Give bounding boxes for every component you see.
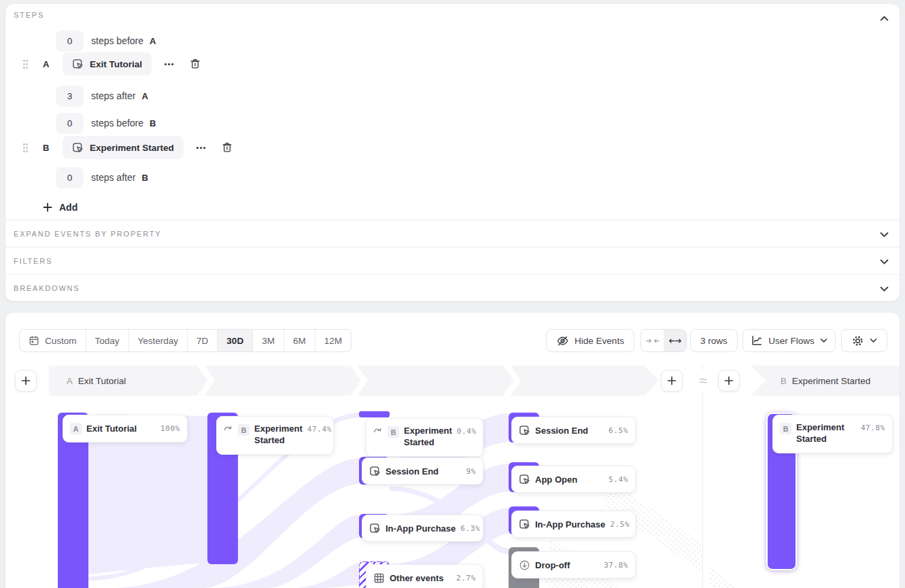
date-range-yesterday[interactable]: Yesterday <box>129 330 188 351</box>
hide-events-button[interactable]: Hide Events <box>546 329 634 352</box>
flow-node-experiment-started-b[interactable]: B Experiment Started 47.8% <box>772 415 893 453</box>
event-name: Exit Tutorial <box>90 59 142 69</box>
step-b-row: B Experiment Started <box>22 136 233 159</box>
flow-node-session-end-step2[interactable]: Session End 9% <box>362 457 483 485</box>
flow-node-in-app-purchase-step2[interactable]: In-App Purchase 6.3% <box>362 515 483 542</box>
rows-count-button[interactable]: 3 rows <box>690 329 738 352</box>
step-letter: B <box>43 143 51 153</box>
steps-after-a-row: 3 steps after A <box>56 84 148 107</box>
date-range-3m[interactable]: 3M <box>252 330 284 351</box>
steps-collapse-chevron-up-icon[interactable] <box>878 12 890 24</box>
date-range-30d[interactable]: 30D <box>217 330 252 351</box>
steps-after-b-input[interactable]: 0 <box>56 167 84 188</box>
flow-node-session-end-step3[interactable]: Session End 6.5% <box>511 417 636 444</box>
event-pill-experiment-started[interactable]: Experiment Started <box>63 136 184 159</box>
add-step-mid-right-button[interactable] <box>718 370 740 392</box>
drag-handle-icon[interactable] <box>22 59 29 69</box>
flow-node-experiment-started-step2[interactable]: B Experiment Started 0.4% <box>366 418 483 457</box>
eye-off-icon <box>556 334 569 347</box>
delete-step-icon[interactable] <box>189 58 201 70</box>
section-expand-events-by-property[interactable]: EXPAND EVENTS BY PROPERTY <box>5 220 900 247</box>
date-range-label: Today <box>95 336 120 346</box>
expand-columns-button[interactable] <box>664 330 686 351</box>
event-cursor-icon <box>369 466 381 477</box>
column-step-letter: B <box>781 376 787 386</box>
node-percent: 2.5% <box>610 520 630 529</box>
chevron-down-icon <box>820 338 827 343</box>
jump-arrow-icon <box>373 426 383 434</box>
steps-section-title: STEPS <box>14 11 44 19</box>
plus-icon <box>724 376 734 385</box>
node-name: Experiment Started <box>404 426 452 449</box>
steps-before-b-row: 0 steps before B <box>56 111 156 135</box>
step-ref-letter: B <box>141 173 148 183</box>
date-range-group: Custom Today Yesterday 7D 30D 3M 6M 12M <box>19 329 352 352</box>
collapse-columns-button[interactable] <box>641 330 664 351</box>
section-breakdowns[interactable]: BREAKDOWNS <box>5 274 900 301</box>
event-cursor-icon <box>369 523 381 534</box>
node-name: In-App Purchase <box>535 519 605 530</box>
date-range-label: 12M <box>324 336 342 346</box>
section-chevron-down-icon[interactable] <box>878 283 890 295</box>
date-range-label: 7D <box>197 336 208 346</box>
delete-step-icon[interactable] <box>221 141 233 154</box>
flow-node-other-events[interactable]: Other events 2.7% <box>366 564 483 588</box>
chevron-down-icon <box>870 338 877 343</box>
node-name: Session End <box>386 466 439 477</box>
flow-report-panel: Custom Today Yesterday 7D 30D 3M 6M 12M … <box>5 313 900 588</box>
node-name: In-App Purchase <box>386 523 456 534</box>
jump-arrow-icon <box>224 424 233 432</box>
flows-chart-icon <box>751 334 763 347</box>
date-range-custom[interactable]: Custom <box>20 330 86 351</box>
section-chevron-down-icon[interactable] <box>878 256 890 268</box>
view-type-dropdown[interactable]: User Flows <box>742 329 836 352</box>
flow-break-symbol: ≈ <box>692 370 714 392</box>
node-percent: 2.7% <box>456 574 476 583</box>
flow-node-drop-off[interactable]: Drop-off 37.8% <box>511 551 636 578</box>
plus-icon <box>43 203 52 212</box>
drag-handle-icon[interactable] <box>22 143 29 153</box>
date-range-label: 30D <box>226 336 243 346</box>
view-type-label: User Flows <box>768 336 815 346</box>
plus-icon <box>667 376 677 385</box>
event-pill-exit-tutorial[interactable]: Exit Tutorial <box>63 52 152 75</box>
section-chevron-down-icon[interactable] <box>878 228 890 241</box>
section-filters[interactable]: FILTERS <box>5 247 900 274</box>
analytics-app: { "steps_panel": { "title": "STEPS", "ro… <box>0 0 905 588</box>
add-step-before-button[interactable] <box>15 370 37 392</box>
steps-after-b-row: 0 steps after B <box>56 166 148 189</box>
flow-bar-experiment-started-step2[interactable] <box>359 411 390 417</box>
add-step-mid-left-button[interactable] <box>661 370 683 392</box>
rows-count-label: 3 rows <box>700 336 728 346</box>
steps-before-b-input[interactable]: 0 <box>56 113 84 134</box>
node-percent: 0.4% <box>457 427 477 436</box>
node-percent: 5.4% <box>609 475 628 484</box>
steps-before-label: steps before <box>91 35 143 46</box>
add-step-button[interactable]: Add <box>43 196 78 219</box>
settings-dropdown[interactable] <box>841 329 887 352</box>
more-options-icon[interactable] <box>163 58 175 70</box>
grid-icon <box>373 572 385 584</box>
date-range-7d[interactable]: 7D <box>187 330 217 351</box>
node-percent: 100% <box>160 424 180 433</box>
steps-before-a-input[interactable]: 0 <box>56 31 84 52</box>
more-options-icon[interactable] <box>195 142 207 154</box>
date-range-label: Yesterday <box>138 336 179 346</box>
step-ref-letter: A <box>141 91 148 101</box>
step-ref-letter: B <box>150 118 156 128</box>
calendar-icon <box>29 335 39 346</box>
date-range-today[interactable]: Today <box>86 330 129 351</box>
steps-after-a-input[interactable]: 3 <box>56 86 84 107</box>
flow-node-app-open[interactable]: App Open 5.4% <box>511 466 636 493</box>
date-range-6m[interactable]: 6M <box>284 330 315 351</box>
flow-node-in-app-purchase-step3[interactable]: In-App Purchase 2.5% <box>511 511 636 538</box>
node-name: Experiment Started <box>254 423 303 447</box>
query-builder-panel: STEPS 0 steps before A A Exit Tutorial 3… <box>5 4 900 301</box>
node-percent: 47.4% <box>307 425 332 434</box>
collapse-expand-toggle <box>641 329 687 352</box>
flow-node-exit-tutorial[interactable]: A Exit Tutorial 100% <box>63 415 188 443</box>
date-range-label: 3M <box>262 336 275 346</box>
flow-node-experiment-started-step1[interactable]: B Experiment Started 47.4% <box>216 416 334 455</box>
date-range-12m[interactable]: 12M <box>315 330 351 351</box>
steps-before-label: steps before <box>91 118 143 128</box>
